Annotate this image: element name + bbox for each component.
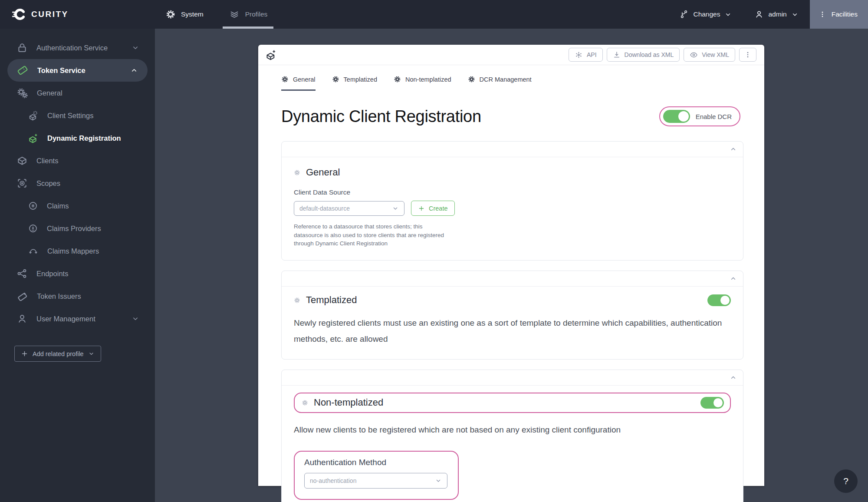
active-nav-underline	[223, 26, 274, 29]
scan-icon	[16, 178, 28, 189]
user-icon	[16, 313, 28, 324]
gear-icon	[294, 297, 300, 304]
gear-icon	[165, 9, 176, 20]
tab-templatized[interactable]: Templatized	[332, 76, 377, 91]
sidebar-item-scopes[interactable]: Scopes	[0, 172, 155, 195]
main-content: API Download as XML View XML	[155, 29, 868, 502]
lock-icon	[16, 42, 28, 53]
authentication-method-select[interactable]: no-authentication	[304, 473, 447, 489]
sidebar-item-label: Dynamic Registration	[47, 134, 121, 142]
gear-icon	[332, 76, 339, 83]
sidebar-item-token-issuers[interactable]: Token Issuers	[0, 285, 155, 307]
gear-icon	[281, 76, 289, 83]
client-data-source-label: Client Data Source	[294, 188, 731, 196]
section-heading: Non-templatized	[302, 397, 383, 408]
nav-item-profiles[interactable]: Profiles	[218, 0, 278, 29]
chevron-down-icon	[435, 477, 442, 484]
gear-icon	[394, 76, 401, 83]
view-xml-button[interactable]: View XML	[684, 48, 735, 62]
collapse-button[interactable]	[730, 275, 737, 282]
user-menu[interactable]: admin	[743, 0, 809, 29]
card-header: API Download as XML View XML	[258, 45, 764, 65]
download-xml-button[interactable]: Download as XML	[607, 48, 680, 62]
claims-providers-icon	[28, 223, 38, 234]
cube-icon	[16, 155, 28, 166]
tab-non-templatized[interactable]: Non-templatized	[394, 76, 451, 91]
page-title: Dynamic Client Registration	[281, 107, 481, 126]
sidebar-item-token-service[interactable]: Token Service	[7, 59, 148, 82]
sidebar-item-label: User Management	[36, 315, 95, 323]
section-templatized-body: Templatized Newly registered clients mus…	[282, 287, 743, 359]
sidebar-item-label: Token Issuers	[37, 292, 81, 301]
layers-icon	[229, 9, 240, 20]
app-root: CURITY System Profiles	[0, 0, 868, 502]
section-heading-row: Templatized	[294, 294, 731, 306]
eye-icon	[690, 51, 698, 59]
api-icon	[575, 51, 583, 59]
sidebar-item-clients[interactable]: Clients	[0, 149, 155, 172]
sidebar-item-user-management[interactable]: User Management	[0, 307, 155, 330]
share-nodes-icon	[16, 268, 28, 279]
api-button-label: API	[587, 51, 597, 58]
templatized-toggle[interactable]	[707, 294, 731, 306]
card-actions: API Download as XML View XML	[569, 48, 756, 62]
sidebar-item-claims-providers[interactable]: Claims Providers	[0, 217, 155, 240]
ticket-plus-icon	[16, 291, 28, 302]
section-title: Templatized	[306, 294, 357, 306]
changes-menu[interactable]: Changes	[668, 0, 743, 29]
cube-plus-icon	[28, 133, 39, 144]
branch-icon	[679, 10, 689, 19]
non-templatized-toggle[interactable]	[700, 397, 724, 409]
collapse-button[interactable]	[730, 145, 737, 153]
facilities-button[interactable]: Facilities	[810, 0, 868, 29]
more-options-button[interactable]	[739, 48, 756, 62]
curity-logo[interactable]: CURITY	[0, 0, 155, 29]
sidebar-item-claims-mappers[interactable]: Claims Mappers	[0, 240, 155, 262]
sidebar-item-general[interactable]: General	[0, 82, 155, 104]
chevron-down-icon	[132, 44, 139, 52]
tab-dcr-management[interactable]: DCR Management	[468, 76, 532, 91]
add-related-profile-label: Add related profile	[33, 350, 84, 357]
kebab-icon	[744, 51, 752, 59]
help-button[interactable]: ?	[834, 469, 858, 493]
sidebar-item-label: General	[37, 89, 62, 97]
ticket-icon	[16, 64, 29, 76]
curity-logo-icon	[11, 7, 26, 22]
user-icon	[754, 10, 764, 19]
sidebar-item-claims[interactable]: Claims	[0, 195, 155, 217]
chevron-up-icon	[730, 145, 737, 153]
download-icon	[613, 51, 621, 59]
authentication-method-group: Authentication Method no-authentication	[294, 451, 459, 500]
collapse-button[interactable]	[730, 374, 737, 381]
sidebar-item-authentication-service[interactable]: Authentication Service	[0, 36, 155, 59]
section-collapse-strip	[282, 271, 743, 287]
section-heading: General	[294, 167, 731, 178]
download-xml-label: Download as XML	[625, 51, 674, 58]
enable-dcr-control[interactable]: Enable DCR	[659, 106, 740, 126]
gear-icon	[468, 76, 475, 83]
api-button[interactable]: API	[569, 48, 603, 62]
add-related-profile-button[interactable]: Add related profile	[14, 346, 101, 362]
tab-label: Non-templatized	[405, 76, 451, 83]
facilities-label: Facilities	[832, 10, 858, 18]
chevron-down-icon	[88, 350, 95, 357]
non-templatized-description: Allow new clients to be registered which…	[294, 422, 731, 438]
brand-name: CURITY	[31, 10, 69, 19]
section-non-templatized-body: Non-templatized Allow new clients to be …	[282, 386, 743, 502]
plus-icon	[21, 350, 28, 357]
sidebar-item-dynamic-registration[interactable]: Dynamic Registration	[0, 127, 155, 149]
gear-icon	[302, 400, 308, 406]
create-datasource-button[interactable]: Create	[411, 201, 455, 216]
sidebar-item-client-settings[interactable]: Client Settings	[0, 104, 155, 127]
client-data-source-select[interactable]: default-datasource	[294, 201, 404, 216]
cube-gear-icon	[28, 110, 39, 121]
user-label: admin	[768, 10, 786, 18]
sidebar-item-endpoints[interactable]: Endpoints	[0, 262, 155, 285]
tab-general[interactable]: General	[281, 76, 316, 91]
sidebar-item-label: Claims Providers	[47, 225, 101, 233]
profile-card: API Download as XML View XML	[258, 45, 764, 486]
nav-item-system[interactable]: System	[155, 0, 214, 29]
gear-icon	[294, 169, 300, 176]
card-tabs: General Templatized Non-templatized DCR …	[258, 65, 764, 91]
enable-dcr-toggle[interactable]	[663, 110, 690, 123]
